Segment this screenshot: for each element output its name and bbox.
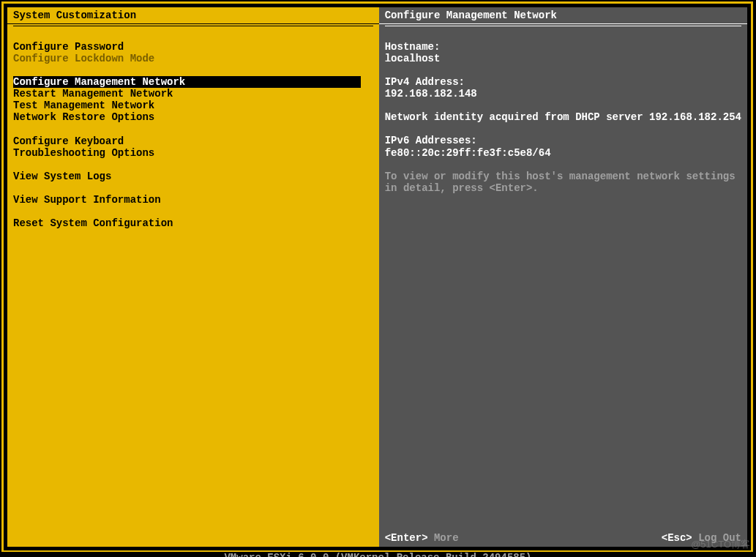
menu-item[interactable]: Network Restore Options [13,111,373,123]
ipv4-value: 192.168.182.148 [385,88,741,100]
menu-item[interactable]: Troubleshooting Options [13,147,373,159]
hint-text: To view or modify this host's management… [385,171,741,194]
ipv6-value: fe80::20c:29ff:fe3f:c5e8/64 [385,147,741,159]
footer-version: VMware ESXi 6.0.0 (VMKernel Release Buil… [0,552,756,557]
menu-item[interactable]: Configure Lockdown Mode [13,53,373,64]
watermark: @51CTO博客 [691,538,750,551]
hostname-block: Hostname: localhost [385,41,741,64]
enter-label: More [428,532,459,544]
esc-key: <Esc> [662,532,692,544]
left-panel-title: System Customization [7,7,379,24]
menu-item[interactable]: Test Management Network [13,100,373,111]
menu-group: Configure PasswordConfigure Lockdown Mod… [13,41,373,64]
ipv4-label: IPv4 Address: [385,76,741,88]
ipv4-block: IPv4 Address: 192.168.182.148 [385,76,741,100]
menu-group: Reset System Configuration [13,217,373,229]
menu-item[interactable]: View System Logs [13,171,373,182]
right-panel: Configure Management Network Hostname: l… [379,6,749,548]
dhcp-text: Network identity acquired from DHCP serv… [385,111,741,123]
right-panel-title: Configure Management Network [379,7,747,24]
ipv6-block: IPv6 Addresses: fe80::20c:29ff:fe3f:c5e8… [385,135,741,158]
menu-group: Configure KeyboardTroubleshooting Option… [13,135,373,159]
detail-body: Hostname: localhost IPv4 Address: 192.16… [379,26,747,547]
hostname-value: localhost [385,53,741,64]
main-frame: System Customization Configure PasswordC… [1,1,753,553]
bottom-bar: <Enter> More <Esc> Log Out [385,532,741,544]
menu-item[interactable]: Configure Password [13,41,373,53]
menu-list: Configure PasswordConfigure Lockdown Mod… [7,26,379,547]
menu-item[interactable]: Restart Management Network [13,88,373,100]
hostname-label: Hostname: [385,41,741,53]
menu-item[interactable]: Configure Keyboard [13,135,373,147]
menu-item[interactable]: Configure Management Network [13,76,361,88]
menu-item[interactable]: View Support Information [13,194,373,206]
dhcp-block: Network identity acquired from DHCP serv… [385,111,741,123]
enter-hint[interactable]: <Enter> More [385,532,459,544]
menu-item[interactable]: Reset System Configuration [13,217,373,229]
ipv6-label: IPv6 Addresses: [385,135,741,146]
left-panel: System Customization Configure PasswordC… [6,6,379,548]
enter-key: <Enter> [385,532,428,544]
menu-group: View Support Information [13,194,373,206]
menu-group: Configure Management NetworkRestart Mana… [13,76,373,123]
menu-group: View System Logs [13,171,373,182]
